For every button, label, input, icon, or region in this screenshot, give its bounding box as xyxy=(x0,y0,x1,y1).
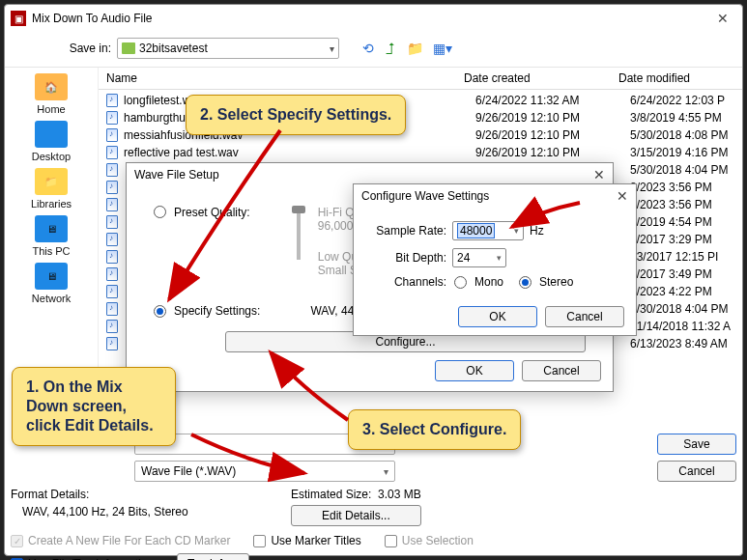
audio-file-icon xyxy=(106,250,118,264)
audio-file-icon xyxy=(106,302,118,316)
callout-3: 3. Select Configure. xyxy=(348,409,521,450)
file-modified: 5/2019 4:54 PM xyxy=(630,215,734,229)
file-modified: 8/2023 3:56 PM xyxy=(630,198,734,211)
view-icon[interactable]: ▦▾ xyxy=(433,41,452,56)
callout-1: 1. On the Mix Down screen, click Edit De… xyxy=(12,367,176,446)
file-modified: 8/2023 4:22 PM xyxy=(630,285,734,298)
file-modified: 6/24/2022 12:03 P xyxy=(630,94,734,107)
bit-depth-label: Bit Depth: xyxy=(369,251,446,265)
file-created: 9/26/2019 12:10 PM xyxy=(475,111,630,125)
sample-rate-label: Sample Rate: xyxy=(369,224,446,238)
file-name: reflective pad test.wav xyxy=(124,146,475,159)
est-size-label: Estimated Size: xyxy=(291,488,371,501)
hz-label: Hz xyxy=(530,224,544,238)
audio-file-icon xyxy=(106,320,118,333)
col-name[interactable]: Name xyxy=(106,71,464,85)
audio-file-icon xyxy=(106,198,118,211)
file-modified: 5/30/2018 4:08 PM xyxy=(630,128,734,142)
file-modified: 5/30/2018 4:04 PM xyxy=(630,302,734,316)
audio-file-icon xyxy=(106,163,118,177)
radio-mono[interactable] xyxy=(454,276,467,289)
sample-rate-combo[interactable]: 48000▾ xyxy=(452,221,524,240)
configure-wave-dialog: Configure Wave Settings✕ Sample Rate: 48… xyxy=(353,183,637,336)
bottom-panel: ▾ Save Wave File (*.WAV)▾ Cancel Format … xyxy=(11,434,736,549)
close-icon[interactable]: ✕ xyxy=(593,167,605,182)
chk-useselection[interactable]: Use Selection xyxy=(385,534,474,547)
callout-2: 2. Select Specify Settings. xyxy=(186,95,406,135)
place-desktop[interactable]: Desktop xyxy=(32,121,71,162)
audio-file-icon xyxy=(106,146,118,159)
savein-folder-name: 32bitsavetest xyxy=(139,42,208,55)
est-size-value: 3.03 MB xyxy=(378,488,421,501)
back-icon[interactable]: ⟲ xyxy=(362,41,374,56)
file-modified: 5/30/2018 4:04 PM xyxy=(630,163,734,177)
column-headers: Name Date created Date modified xyxy=(99,68,742,90)
file-modified: 7/2017 3:29 PM xyxy=(630,233,734,246)
savetype-combo[interactable]: Wave File (*.WAV)▾ xyxy=(134,461,395,482)
channels-label: Channels: xyxy=(369,275,446,289)
new-folder-icon[interactable]: 📁 xyxy=(407,41,423,56)
place-network[interactable]: 🖥Network xyxy=(32,263,71,304)
savein-row: Save in: 32bitsavetest ▾ ⟲ ⮥ 📁 ▦▾ xyxy=(5,32,742,68)
savein-folder-combo[interactable]: 32bitsavetest ▾ xyxy=(117,38,339,59)
close-icon[interactable]: ✕ xyxy=(709,9,736,28)
file-modified: 5/2017 3:49 PM xyxy=(630,267,734,281)
audio-file-icon xyxy=(106,215,118,229)
savein-label: Save in: xyxy=(53,42,111,55)
conf-cancel-button[interactable]: Cancel xyxy=(545,306,624,327)
close-icon[interactable]: ✕ xyxy=(617,188,628,204)
up-icon[interactable]: ⮥ xyxy=(384,41,397,56)
file-modified: 6/13/2023 8:49 AM xyxy=(630,337,734,350)
edit-details-button[interactable]: Edit Details... xyxy=(291,505,421,526)
audio-file-icon xyxy=(106,267,118,281)
file-modified: 13/2017 12:15 PI xyxy=(630,250,734,264)
file-created: 6/24/2022 11:32 AM xyxy=(475,94,630,107)
window-title: Mix Down To Audio File xyxy=(32,12,153,25)
radio-preset-quality[interactable] xyxy=(154,206,166,218)
place-thispc[interactable]: 🖥This PC xyxy=(32,215,70,257)
radio-stereo[interactable] xyxy=(519,276,532,289)
format-details-label: Format Details: xyxy=(11,488,262,501)
file-modified: 8/2023 3:56 PM xyxy=(630,181,734,194)
file-created: 9/26/2019 12:10 PM xyxy=(475,146,630,159)
taginfo-button[interactable]: Tag Info... xyxy=(177,553,249,560)
table-row[interactable]: reflective pad test.wav9/26/2019 12:10 P… xyxy=(99,144,742,161)
audio-file-icon xyxy=(106,337,118,350)
wave-ok-button[interactable]: OK xyxy=(435,360,514,381)
format-details-value: WAV, 44,100 Hz, 24 Bits, Stereo xyxy=(22,505,262,518)
wave-dlg-title: Wave File Setup xyxy=(134,168,219,182)
conf-dlg-title: Configure Wave Settings xyxy=(361,189,489,203)
wave-cancel-button[interactable]: Cancel xyxy=(522,360,601,381)
audio-file-icon xyxy=(106,233,118,246)
toolbar-nav: ⟲ ⮥ 📁 ▦▾ xyxy=(362,41,452,56)
file-modified: 11/14/2018 11:32 A xyxy=(630,320,734,333)
quality-slider[interactable] xyxy=(297,206,301,260)
chevron-down-icon: ▾ xyxy=(330,43,334,54)
place-libraries[interactable]: 📁Libraries xyxy=(31,168,72,210)
preset-quality-label: Preset Quality: xyxy=(174,206,250,219)
cancel-button[interactable]: Cancel xyxy=(657,461,736,482)
place-home[interactable]: 🏠Home xyxy=(35,73,68,115)
col-created[interactable]: Date created xyxy=(464,71,618,85)
chk-cdmarker[interactable]: ✓Create A New File For Each CD Marker xyxy=(11,534,230,547)
col-modified[interactable]: Date modified xyxy=(618,71,734,85)
titlebar: ▣ Mix Down To Audio File ✕ xyxy=(5,5,742,32)
audio-file-icon xyxy=(106,111,118,125)
file-created: 9/26/2019 12:10 PM xyxy=(475,128,630,142)
audio-file-icon xyxy=(106,128,118,142)
app-icon: ▣ xyxy=(11,11,26,26)
file-modified: 3/8/2019 4:55 PM xyxy=(630,111,734,125)
folder-icon xyxy=(122,42,135,54)
conf-ok-button[interactable]: OK xyxy=(458,306,537,327)
audio-file-icon xyxy=(106,285,118,298)
bit-depth-combo[interactable]: 24▾ xyxy=(452,248,506,267)
audio-file-icon xyxy=(106,94,118,107)
save-button[interactable]: Save xyxy=(657,434,736,455)
specify-settings-label: Specify Settings: xyxy=(174,304,260,318)
radio-specify-settings[interactable] xyxy=(154,305,166,318)
file-modified: 3/15/2019 4:16 PM xyxy=(630,146,734,159)
audio-file-icon xyxy=(106,181,118,194)
chk-markertitles[interactable]: Use Marker Titles xyxy=(253,534,360,547)
